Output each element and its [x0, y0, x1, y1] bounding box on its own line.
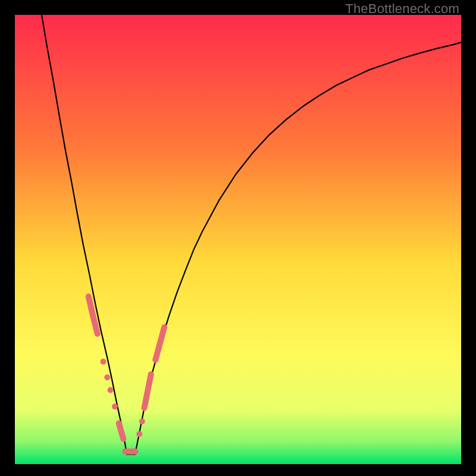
plot-area: [15, 15, 461, 464]
watermark-text: TheBottleneck.com: [345, 1, 459, 17]
gradient-background: [15, 15, 461, 464]
outer-frame: TheBottleneck.com: [0, 0, 476, 476]
svg-rect-0: [15, 15, 461, 464]
